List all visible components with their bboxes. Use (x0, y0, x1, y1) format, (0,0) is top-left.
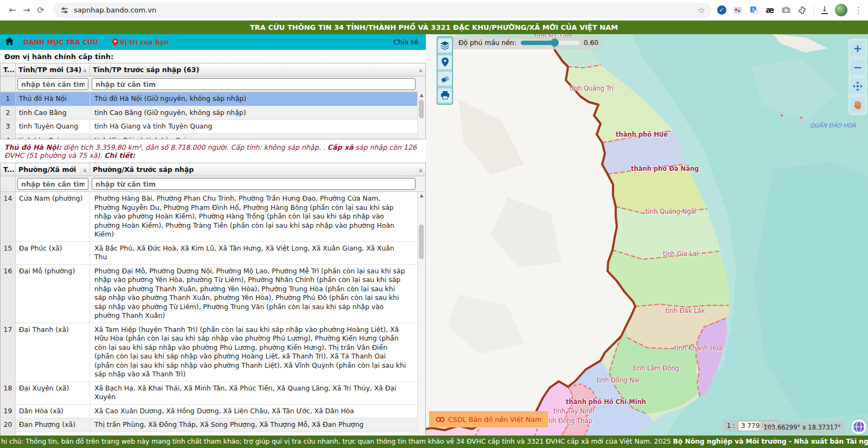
map-pin-icon (442, 57, 449, 67)
share-link[interactable]: Chia sẻ (393, 38, 418, 46)
ae-extension-icon[interactable]: æ (766, 5, 775, 15)
map-label: tỉnh Quảng Ngãi (646, 208, 697, 215)
ward-table: T... Phường/Xã mới▲ Phường/Xã trước sáp … (0, 163, 426, 436)
vietnam-map[interactable] (426, 34, 868, 448)
col-header-ward-old[interactable]: Phường/Xã trước sáp nhập▲ (90, 163, 425, 176)
table-row[interactable]: 16 Đại Mỗ (phường) Phường Đại Mỗ, Phường… (1, 265, 417, 323)
photos-extension-icon[interactable] (733, 5, 743, 15)
ward-old-filter-input[interactable] (92, 178, 416, 190)
islet (734, 347, 736, 349)
reload-button[interactable]: ⟳ (34, 3, 48, 17)
pan-button[interactable] (850, 79, 865, 94)
table-row[interactable]: 18 Đại Xuyên (xã) Xã Bạch Hạ, Xã Khai Th… (1, 382, 417, 405)
status-note: hi chú: Thông tin, bản đồ trên trang web… (1, 438, 673, 445)
map-label: tỉnh Khánh Hòa (674, 344, 723, 352)
province-table-header: T... Tỉnh/TP mới (34)▲ Tỉnh/TP trước sáp… (1, 63, 425, 76)
ward-table-body: 14 Cửa Nam (phường) Phường Hàng Bài, Phư… (1, 192, 425, 436)
globe-icon (853, 421, 865, 433)
table-row[interactable]: 2 tỉnh Cao Bằng tỉnh Cao Bằng (Giữ nguyê… (1, 106, 417, 120)
opacity-control: Độ phủ mầu nền: 0.60 (453, 36, 604, 49)
status-bar: hi chú: Thông tin, bản đồ trên trang web… (0, 436, 868, 448)
map-label: tỉnh Đồng Nai (597, 376, 640, 384)
sort-icon[interactable]: ▲ (83, 167, 87, 172)
table-row[interactable]: 1 Thủ đô Hà Nội Thủ đô Hà Nội (Giữ nguyê… (1, 92, 417, 106)
scroll-up-icon[interactable]: ▲ (418, 92, 425, 99)
map-label: tỉnh Gia Lai (663, 250, 698, 258)
back-button[interactable]: ← (5, 3, 20, 17)
profile-avatar[interactable] (835, 4, 847, 16)
map-label: tỉnh Đắk Lắk (666, 307, 705, 315)
browser-chrome: ← → ⟳ sapnhap.bando.com.vn ☆ ✓ A æ (0, 0, 868, 21)
scrollbar-thumb[interactable] (419, 100, 424, 118)
map-coordinates: 103.66299° x 18.37317° (759, 421, 845, 433)
opacity-label: Độ phủ mầu nền: (458, 39, 516, 47)
islet (781, 114, 783, 117)
scale-prefix: 1 : (726, 422, 735, 430)
hand-button[interactable] (850, 98, 865, 113)
csdl-label: CSDL Bản đồ nền Việt Nam (448, 415, 541, 424)
ward-filter-row (1, 176, 425, 192)
subnav-bar: DANH MỤC TRA CỨU Vị trí của bạn Chia sẻ (0, 34, 426, 50)
layers-button[interactable] (438, 39, 452, 53)
map-zoom-controls: + − (848, 39, 867, 115)
forward-button[interactable]: → (20, 3, 34, 17)
province-new-filter-input[interactable] (17, 78, 88, 90)
scroll-up-icon[interactable]: ▲ (418, 192, 425, 200)
table-row[interactable]: 20 Đan Phượng (xã) Thị trấn Phùng, Xã Đồ… (1, 418, 417, 432)
map-label: tỉnh Đồng Tháp (544, 417, 592, 425)
slider-fill (521, 41, 554, 45)
sort-icon[interactable]: ▲ (419, 67, 423, 73)
map-label: thành phố Huế (616, 131, 668, 138)
info-province-name: Thủ đô Hà Nội: (4, 143, 61, 151)
table-row[interactable]: 14 Cửa Nam (phường) Phường Hàng Bài, Phư… (1, 192, 417, 242)
status-org: Bộ Nông nghiệp và Môi trường - Nhà xuất … (673, 438, 868, 445)
home-icon[interactable] (5, 37, 14, 47)
scrollbar-thumb[interactable] (419, 225, 424, 259)
col-header-ward-new[interactable]: Phường/Xã mới▲ (16, 163, 90, 176)
province-table-scrollbar[interactable]: ▲ (417, 92, 425, 139)
menu-danh-muc-tra-cuu[interactable]: DANH MỤC TRA CỨU (23, 39, 98, 46)
checkmark-extension-icon[interactable]: ✓ (717, 5, 726, 15)
zoom-in-button[interactable]: + (850, 41, 865, 56)
extensions-puzzle-icon[interactable] (797, 5, 807, 15)
eraser-button[interactable] (438, 72, 452, 86)
slider-knob[interactable] (551, 39, 559, 47)
site-info-icon[interactable] (60, 5, 69, 15)
screen: ← → ⟳ sapnhap.bando.com.vn ☆ ✓ A æ (0, 0, 868, 448)
hand-icon (853, 101, 862, 110)
opacity-slider[interactable] (521, 41, 579, 45)
bookmark-star-icon[interactable]: ☆ (698, 5, 705, 15)
page-title: TRA CỨU THÔNG TIN 34 TỈNH/THÀNH PHỐ VÀ 3… (0, 21, 868, 34)
col-header-province-old[interactable]: Tỉnh/TP trước sáp nhập (63)▲ (90, 63, 425, 76)
zoom-out-button[interactable]: − (850, 60, 865, 75)
downloads-icon[interactable]: ↓ (821, 6, 828, 14)
map-panel[interactable]: tỉnh Hà Tĩnh tỉnh Quảng Trị thành phố Hu… (426, 34, 868, 448)
table-row[interactable]: 4 tỉnh Lào Cai tỉnh Yên Bái và tỉnh Lào … (1, 134, 417, 140)
col-header-index[interactable]: T... (1, 163, 16, 176)
table-row[interactable]: 15 Đa Phúc (xã) Xã Bắc Phú, Xã Đức Hoà, … (1, 242, 417, 265)
print-button[interactable] (438, 88, 452, 103)
ward-new-filter-input[interactable] (17, 178, 88, 190)
sort-icon[interactable]: ▲ (83, 67, 87, 73)
browser-menu-icon[interactable]: ⋮ (854, 5, 863, 15)
ward-table-scrollbar[interactable]: ▲ ▼ (417, 192, 425, 436)
translate-extension-icon[interactable]: A (750, 5, 759, 15)
table-row[interactable]: 3 tỉnh Tuyên Quang tỉnh Hà Giang và tỉnh… (1, 120, 417, 134)
address-bar[interactable]: sapnhap.bando.com.vn ☆ (53, 3, 712, 18)
menu-vi-tri-cua-ban[interactable]: Vị trí của bạn (112, 39, 169, 46)
filter-spacer (1, 76, 16, 92)
map-label: QUẦN ĐẢO HOÀ (810, 122, 856, 129)
col-header-province-new[interactable]: Tỉnh/TP mới (34)▲ (16, 63, 90, 76)
table-row[interactable]: 17 Đại Thanh (xã) Xã Tam Hiệp (huyện Tha… (1, 323, 417, 382)
globe-button[interactable] (851, 419, 866, 434)
map-label: tỉnh Lâm Đồng (633, 364, 679, 372)
info-detail-link[interactable]: Chi tiết: (104, 151, 135, 159)
locate-button[interactable] (438, 55, 452, 69)
province-table: T... Tỉnh/TP mới (34)▲ Tỉnh/TP trước sáp… (0, 63, 426, 139)
camera-extension-icon[interactable] (781, 5, 790, 15)
province-old-filter-input[interactable] (92, 78, 416, 90)
csdl-badge[interactable]: CSDL Bản đồ nền Việt Nam (429, 411, 548, 427)
sort-icon[interactable]: ▲ (419, 167, 423, 172)
table-row[interactable]: 19 Dân Hòa (xã) Xã Cao Xuân Dương, Xã Hồ… (1, 405, 417, 419)
col-header-index[interactable]: T... (1, 63, 16, 76)
